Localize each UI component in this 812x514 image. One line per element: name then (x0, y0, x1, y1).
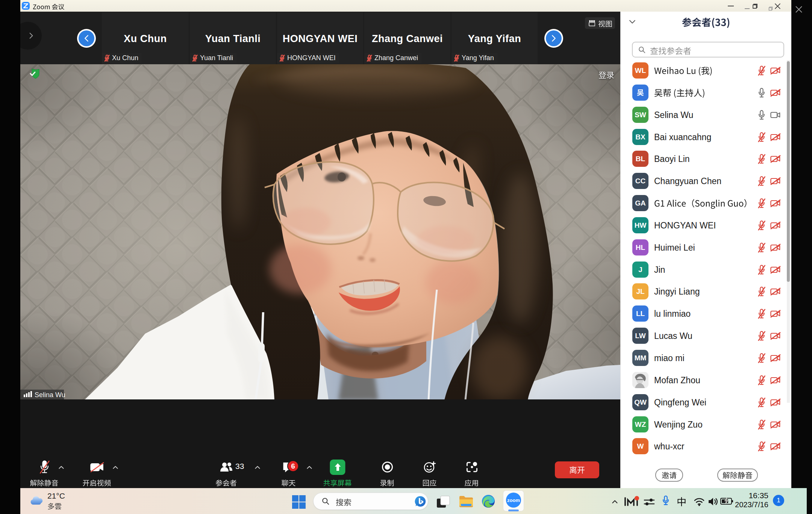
svg-text:zoom: zoom (507, 497, 520, 503)
svg-text:Selina Wu: Selina Wu (35, 391, 65, 399)
